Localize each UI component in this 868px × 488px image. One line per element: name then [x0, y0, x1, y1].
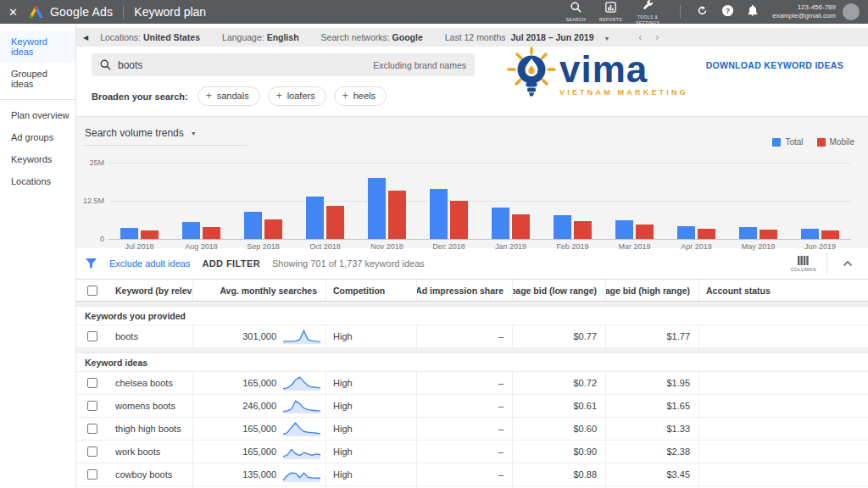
row-checkbox[interactable]	[87, 446, 97, 457]
account-info[interactable]: 123-456-789 example@gmail.com	[772, 3, 836, 20]
collapse-table-button[interactable]	[837, 260, 858, 267]
sidebar-item-ad-groups[interactable]: Ad groups	[0, 126, 75, 148]
header-top-of-page-bid-low-range[interactable]: Top of page bid (low range)	[513, 280, 606, 301]
bar-total-feb-2019	[554, 215, 571, 239]
locations-filter[interactable]: Locations: United States	[100, 32, 200, 42]
results-bar-divider	[826, 253, 827, 274]
bid-low-cell: $0.90	[513, 441, 606, 463]
search-icon	[100, 59, 111, 70]
prev-period-icon[interactable]: ‹	[638, 31, 642, 43]
add-filter-button[interactable]: ADD FILTER	[202, 258, 260, 269]
broaden-chip-loafers[interactable]: +loafers	[268, 86, 326, 106]
bar-mobile-jun-2019	[821, 230, 839, 239]
x-tick-label: Jan 2019	[480, 242, 542, 251]
sidebar-item-grouped-ideas[interactable]: Grouped ideas	[0, 63, 75, 95]
legend-item-mobile: Mobile	[817, 137, 854, 147]
keyword-cell[interactable]: chelsea boots	[108, 372, 193, 394]
chart-legend: TotalMobile	[772, 137, 854, 147]
table-row-boots: boots301,000High–$0.77$1.77	[76, 325, 868, 348]
bid-high-cell: $1.77	[606, 325, 699, 347]
chart-title-dropdown[interactable]: Search volume trends ▼	[83, 127, 248, 146]
language-filter[interactable]: Language: English	[222, 32, 298, 42]
topbar-nav-tools-settings[interactable]: TOOLS &SETTINGS	[636, 0, 659, 25]
bid-low-cell: $0.61	[513, 395, 606, 417]
table-header-row: Keyword (by relevance)↓Avg. monthly sear…	[76, 280, 868, 302]
keyword-cell[interactable]: boots	[108, 325, 193, 347]
header-keyword-by-relevance[interactable]: Keyword (by relevance)↓	[108, 280, 193, 301]
header-competition[interactable]: Competition	[326, 280, 417, 301]
x-tick-label: Dec 2018	[418, 242, 480, 251]
search-volume-trends-section: Search volume trends ▼ TotalMobile 25M12…	[76, 116, 868, 248]
collapse-panel-icon[interactable]: ◀	[83, 34, 88, 42]
plan-filter-bar: ◀ Locations: United States Language: Eng…	[76, 28, 868, 47]
plus-icon: +	[206, 90, 212, 102]
sidebar-item-keywords[interactable]: Keywords	[0, 148, 75, 170]
search-query: boots	[118, 59, 142, 71]
sidebar-item-keyword-ideas[interactable]: Keyword ideas	[0, 30, 75, 63]
row-checkbox[interactable]	[87, 378, 97, 388]
bid-high-cell: $1.33	[606, 418, 699, 440]
bar-total-sep-2018	[244, 212, 262, 239]
sidebar-item-locations[interactable]: Locations	[0, 170, 75, 192]
bar-mobile-dec-2018	[450, 201, 468, 239]
topbar-divider-2	[680, 5, 681, 19]
bar-group-apr-2019	[665, 163, 727, 239]
bid-low-cell: $0.77	[513, 325, 606, 347]
exclude-adult-ideas-link[interactable]: Exclude adult ideas	[109, 258, 190, 269]
avg-searches-cell: 135,000	[193, 463, 326, 485]
bar-group-jul-2018	[108, 163, 170, 239]
notifications-bell-icon[interactable]	[747, 4, 759, 20]
competition-cell: High	[326, 441, 417, 463]
download-keyword-ideas-link[interactable]: DOWNLOAD KEYWORD IDEAS	[706, 60, 843, 70]
row-checkbox[interactable]	[87, 331, 97, 341]
bar-mobile-feb-2019	[574, 221, 592, 239]
broaden-chip-heels[interactable]: +heels	[334, 86, 387, 106]
next-period-icon[interactable]: ›	[655, 31, 659, 43]
plus-icon: +	[342, 90, 348, 102]
account-email: example@gmail.com	[772, 12, 836, 20]
help-icon[interactable]: ?	[721, 4, 734, 20]
row-checkbox-cell	[76, 325, 108, 347]
topbar-nav: SEARCHREPORTSTOOLS &SETTINGS	[566, 0, 659, 25]
bid-high-cell: $1.65	[606, 395, 699, 417]
refresh-icon[interactable]	[696, 4, 709, 20]
row-checkbox-cell	[76, 441, 108, 463]
bar-total-nov-2018	[368, 178, 386, 239]
topbar-nav-search[interactable]: SEARCH	[566, 1, 586, 23]
select-all-checkbox[interactable]	[87, 286, 97, 296]
chip-label: sandals	[217, 91, 249, 101]
close-icon[interactable]: ✕	[8, 6, 18, 19]
x-tick-label: May 2019	[727, 242, 789, 251]
avg-searches-cell: 165,000	[193, 441, 326, 463]
row-checkbox[interactable]	[87, 401, 97, 411]
header-ad-impression-share[interactable]: Ad impression share	[417, 280, 513, 301]
keyword-cell[interactable]: work boots	[108, 441, 193, 463]
topbar-nav-reports[interactable]: REPORTS	[599, 1, 622, 23]
header-top-of-page-bid-high-range[interactable]: Top of page bid (high range)	[606, 280, 699, 301]
header-avg-monthly-searches[interactable]: Avg. monthly searches	[193, 280, 326, 301]
sidebar-item-plan-overview[interactable]: Plan overview	[0, 104, 75, 126]
date-range-filter[interactable]: Last 12 months Jul 2018 – Jun 2019 ▼	[445, 32, 610, 42]
avatar[interactable]	[843, 3, 860, 20]
keyword-cell[interactable]: womens boots	[108, 395, 193, 417]
bid-high-cell: $3.45	[606, 463, 699, 485]
row-checkbox[interactable]	[87, 469, 97, 480]
keyword-search-input[interactable]: boots Excluding brand names	[92, 53, 475, 76]
header-account-status[interactable]: Account status	[699, 280, 868, 301]
row-checkbox[interactable]	[87, 424, 97, 434]
networks-filter[interactable]: Search networks: Google	[321, 32, 423, 42]
competition-cell: High	[326, 395, 417, 417]
keyword-table: Keyword (by relevance)↓Avg. monthly sear…	[76, 279, 868, 488]
keyword-cell[interactable]: thigh high boots	[108, 418, 193, 440]
bar-group-feb-2019	[542, 163, 604, 239]
y-tick-label: 12.5M	[83, 197, 104, 205]
topbar-nav-label: SEARCH	[566, 17, 586, 23]
bid-low-cell: $0.88	[513, 463, 606, 485]
row-checkbox-cell	[76, 418, 108, 440]
account-status-cell	[699, 463, 868, 485]
columns-button[interactable]: COLUMNS	[791, 255, 816, 272]
table-row-chelsea-boots: chelsea boots165,000High–$0.72$1.95	[76, 372, 868, 395]
avg-searches-value: 165,000	[242, 378, 276, 388]
broaden-chip-sandals[interactable]: +sandals	[198, 86, 260, 106]
keyword-cell[interactable]: cowboy boots	[108, 463, 193, 485]
